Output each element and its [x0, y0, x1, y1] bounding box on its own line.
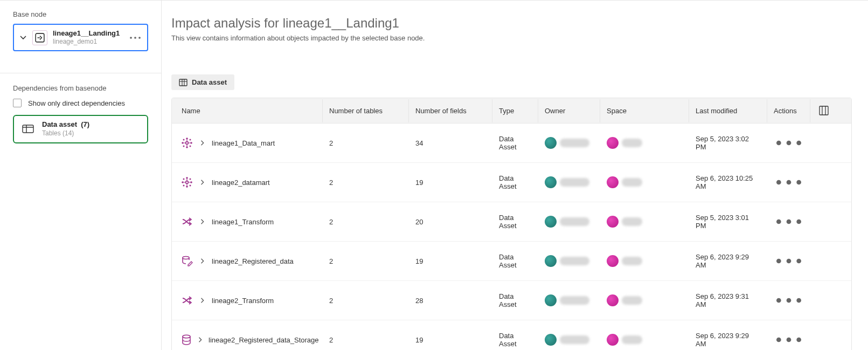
row-actions-button[interactable]	[767, 242, 810, 280]
transform-icon	[180, 294, 193, 307]
sidebar: Base node lineage1__Landing1 lineage_dem…	[0, 1, 162, 350]
row-fields: 19	[409, 332, 492, 348]
row-tables: 2	[323, 174, 409, 191]
row-space	[600, 251, 689, 271]
avatar-icon	[607, 216, 619, 228]
row-space	[600, 172, 689, 193]
avatar-icon	[545, 216, 557, 228]
row-name: lineage1_Transform	[212, 218, 274, 226]
chevron-right-icon[interactable]	[198, 336, 203, 344]
base-node-name: lineage1__Landing1	[53, 29, 123, 38]
base-node-card[interactable]: lineage1__Landing1 lineage_demo1	[13, 24, 148, 51]
avatar-icon	[607, 334, 619, 346]
avatar-icon	[545, 294, 557, 306]
page-title: Impact analysis for lineage1__Landing1	[171, 16, 852, 31]
th-tables[interactable]: Number of tables	[323, 99, 409, 122]
row-space	[600, 133, 689, 153]
chevron-down-icon[interactable]	[19, 35, 27, 41]
row-owner	[538, 330, 600, 350]
row-space	[600, 211, 689, 232]
row-fields: 19	[409, 253, 492, 270]
th-name[interactable]: Name	[172, 99, 323, 122]
row-fields: 20	[409, 214, 492, 230]
row-space	[600, 330, 689, 350]
filter-chip-label: Data asset	[192, 78, 227, 86]
row-modified: Sep 6, 2023 9:29 AM	[689, 327, 767, 350]
chevron-right-icon[interactable]	[199, 139, 206, 147]
direct-dependencies-checkbox[interactable]: Show only direct dependencies	[13, 99, 148, 107]
main-content: Impact analysis for lineage1__Landing1 T…	[162, 1, 868, 350]
chevron-right-icon[interactable]	[199, 297, 206, 304]
row-type: Data Asset	[492, 170, 538, 195]
row-type: Data Asset	[492, 209, 538, 234]
table-row[interactable]: lineage2_Registered_data219Data AssetSep…	[172, 242, 851, 281]
row-actions-button[interactable]	[767, 163, 810, 202]
base-node-label: Base node	[13, 10, 148, 18]
mart-icon	[180, 136, 193, 149]
row-name: lineage2_Transform	[212, 297, 274, 305]
direct-dependencies-label: Show only direct dependencies	[28, 99, 125, 107]
landing-icon	[32, 30, 47, 45]
dependency-subtitle: Tables (14)	[42, 129, 89, 138]
chevron-right-icon[interactable]	[199, 179, 206, 186]
avatar-icon	[545, 176, 557, 188]
row-tables: 2	[323, 214, 409, 230]
avatar-icon	[607, 176, 619, 188]
row-type: Data Asset	[492, 249, 538, 273]
row-actions-button[interactable]	[767, 281, 810, 320]
row-modified: Sep 6, 2023 10:25 AM	[689, 170, 767, 195]
row-space	[600, 290, 689, 311]
th-actions: Actions	[767, 99, 810, 122]
page-description: This view contains information about obj…	[171, 34, 852, 42]
dependency-data-asset-card[interactable]: Data asset (7) Tables (14)	[13, 115, 148, 143]
table-header: Name Number of tables Number of fields T…	[172, 98, 851, 123]
register-icon	[180, 255, 193, 267]
row-tables: 2	[323, 135, 409, 152]
row-actions-button[interactable]	[767, 123, 810, 162]
base-node-subtitle: lineage_demo1	[53, 38, 123, 46]
row-name: lineage2_datamart	[212, 179, 270, 187]
row-fields: 28	[409, 292, 492, 309]
avatar-icon	[607, 294, 619, 306]
table-row[interactable]: lineage1_Data_mart234Data AssetSep 5, 20…	[172, 123, 851, 163]
row-name: lineage1_Data_mart	[212, 139, 275, 147]
avatar-icon	[545, 255, 557, 267]
filter-chip-data-asset[interactable]: Data asset	[171, 74, 234, 90]
th-modified[interactable]: Last modified	[689, 99, 767, 122]
table-row[interactable]: lineage1_Transform220Data AssetSep 5, 20…	[172, 202, 851, 242]
row-modified: Sep 6, 2023 9:29 AM	[689, 249, 767, 273]
more-actions-button[interactable]	[129, 31, 142, 44]
row-actions-button[interactable]	[767, 320, 810, 350]
column-settings-button[interactable]	[810, 98, 837, 123]
table-row[interactable]: lineage2_Transform228Data AssetSep 6, 20…	[172, 281, 851, 320]
th-owner[interactable]: Owner	[538, 99, 600, 122]
row-owner	[538, 290, 600, 311]
row-modified: Sep 5, 2023 3:02 PM	[689, 131, 767, 155]
row-owner	[538, 133, 600, 153]
table-row[interactable]: lineage2_Registered_data_Storage219Data …	[172, 320, 851, 350]
row-tables: 2	[323, 332, 409, 348]
row-fields: 34	[409, 135, 492, 152]
row-actions-button[interactable]	[767, 202, 810, 241]
row-owner	[538, 251, 600, 271]
table-row[interactable]: lineage2_datamart219Data AssetSep 6, 202…	[172, 163, 851, 202]
row-type: Data Asset	[492, 327, 538, 350]
checkbox-icon	[13, 99, 22, 107]
row-modified: Sep 6, 2023 9:31 AM	[689, 288, 767, 313]
avatar-icon	[607, 255, 619, 267]
row-type: Data Asset	[492, 288, 538, 313]
row-name: lineage2_Registered_data	[212, 257, 294, 265]
chevron-right-icon[interactable]	[199, 218, 206, 225]
mart-icon	[180, 176, 193, 189]
avatar-icon	[545, 137, 557, 149]
chevron-right-icon[interactable]	[199, 257, 206, 265]
dependencies-label: Dependencies from basenode	[13, 84, 148, 92]
row-fields: 19	[409, 174, 492, 191]
row-owner	[538, 211, 600, 232]
avatar-icon	[545, 334, 557, 346]
th-space[interactable]: Space	[600, 99, 689, 122]
row-type: Data Asset	[492, 131, 538, 155]
th-fields[interactable]: Number of fields	[409, 99, 492, 122]
th-type[interactable]: Type	[492, 99, 538, 122]
transform-icon	[180, 215, 193, 228]
